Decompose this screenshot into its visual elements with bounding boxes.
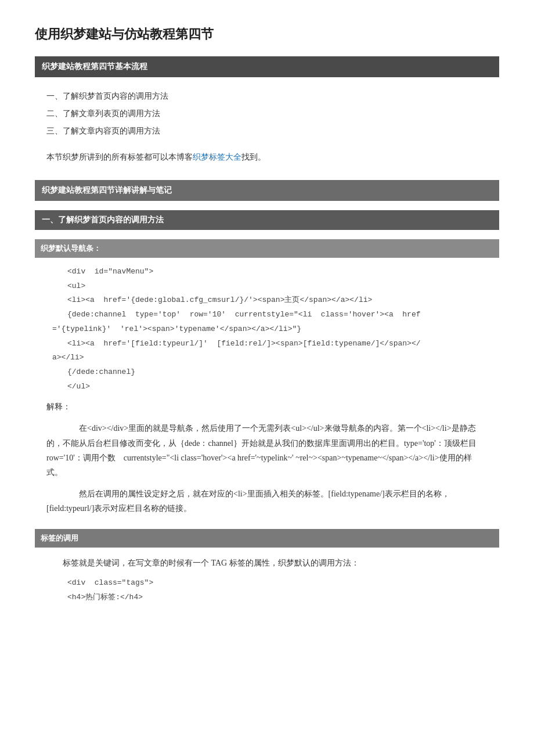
- code-line-13: {/dede:channel}: [52, 365, 482, 380]
- note-text: 本节织梦所讲到的所有标签都可以本博客织梦标签大全找到。: [35, 147, 499, 171]
- detail-header: 织梦建站教程第四节详解讲解与笔记: [35, 180, 499, 201]
- code-line-3: <ul>: [52, 279, 482, 294]
- tag-section-header: 标签的调用: [35, 529, 499, 548]
- outline-item-3: 三、了解文章内容页的调用方法: [35, 123, 499, 140]
- part-one-header: 一、了解织梦首页内容的调用方法: [35, 210, 499, 230]
- tag-intro: 标签就是关键词，在写文章的时候有一个 TAG 标签的属性，织梦默认的调用方法：: [35, 552, 499, 574]
- nav-section: 织梦默认导航条： <div id="navMenu"> <ul> <li><a …: [35, 239, 499, 520]
- code-line-10: <li><a href='[field:typeurl/]' [field:re…: [52, 337, 482, 351]
- outline-item-2: 二、了解文章列表页的调用方法: [35, 105, 499, 123]
- explanation-para-2: 然后在调用的属性设定好之后，就在对应的<li>里面插入相关的标签。[field:…: [35, 483, 499, 519]
- code-line-5: <li><a href='{dede:global.cfg_cmsurl/}/'…: [52, 293, 482, 308]
- code-line-8: ='{typelink}' 'rel'><span>'typename'</sp…: [52, 322, 482, 337]
- tag-code-line-3: <h4>热门标签:</h4>: [52, 591, 482, 605]
- code-line-7: {dede:channel type='top' row='10' curren…: [52, 308, 482, 322]
- nav-section-header: 织梦默认导航条：: [35, 239, 499, 258]
- outline-header: 织梦建站教程第四节基本流程: [35, 56, 499, 77]
- explanation-para-1: 在<div></div>里面的就是导航条，然后使用了一个无需列表<ul></ul…: [35, 417, 499, 483]
- note-suffix: 找到。: [241, 153, 266, 161]
- code-line-15: </ul>: [52, 380, 482, 394]
- note-link[interactable]: 织梦标签大全: [193, 153, 241, 161]
- tag-code-block: <div class="tags"> <h4>热门标签:</h4>: [35, 574, 499, 607]
- tag-code-line-1: <div class="tags">: [52, 576, 482, 591]
- nav-code-block: <div id="navMenu"> <ul> <li><a href='{de…: [35, 262, 499, 396]
- page-title: 使用织梦建站与仿站教程第四节: [35, 23, 499, 45]
- note-prefix: 本节织梦所讲到的所有标签都可以本博客: [46, 153, 193, 161]
- detail-section-header: 织梦建站教程第四节详解讲解与笔记: [35, 180, 499, 201]
- code-line-11: a></li>: [52, 351, 482, 365]
- explanation-label: 解释：: [35, 396, 499, 417]
- tag-section: 标签的调用 标签就是关键词，在写文章的时候有一个 TAG 标签的属性，织梦默认的…: [35, 529, 499, 607]
- outline-section: 织梦建站教程第四节基本流程 一、了解织梦首页内容的调用方法 二、了解文章列表页的…: [35, 56, 499, 171]
- code-line-1: <div id="navMenu">: [52, 265, 482, 279]
- outline-item-1: 一、了解织梦首页内容的调用方法: [35, 88, 499, 105]
- outline-list: 一、了解织梦首页内容的调用方法 二、了解文章列表页的调用方法 三、了解文章内容页…: [35, 83, 499, 146]
- part-one-section: 一、了解织梦首页内容的调用方法: [35, 210, 499, 230]
